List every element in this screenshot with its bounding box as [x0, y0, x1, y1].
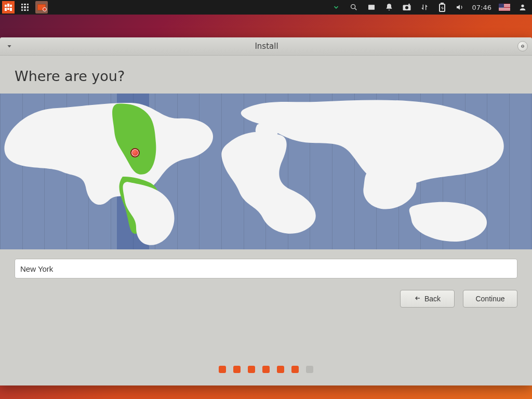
continue-button-label: Continue — [475, 295, 504, 303]
svg-rect-4 — [7, 8, 9, 10]
top-panel: 07:46 — [0, 0, 532, 15]
user-icon[interactable] — [517, 2, 528, 12]
network-icon[interactable] — [419, 2, 430, 12]
svg-rect-8 — [368, 5, 375, 9]
location-input[interactable] — [15, 259, 517, 278]
panel-right: 07:46 — [331, 2, 532, 12]
nav-row: Back Continue — [15, 290, 517, 308]
timezone-world-map[interactable] — [0, 94, 532, 249]
progress-dot — [219, 366, 226, 373]
window-title: Install — [16, 42, 517, 51]
battery-icon[interactable] — [437, 2, 447, 12]
progress-dot — [248, 366, 255, 373]
workspaces-icon[interactable] — [366, 2, 377, 12]
back-button[interactable]: Back — [400, 290, 455, 308]
camera-icon[interactable] — [402, 2, 412, 12]
continue-button[interactable]: Continue — [463, 290, 517, 308]
svg-rect-1 — [7, 4, 9, 7]
keyboard-layout-flag-us[interactable] — [499, 4, 510, 11]
apps-grid-icon[interactable] — [19, 1, 31, 14]
svg-rect-0 — [5, 5, 7, 7]
titlebar[interactable]: Install — [0, 37, 532, 56]
svg-marker-15 — [8, 45, 11, 48]
chevron-down-icon[interactable] — [331, 2, 341, 12]
svg-point-6 — [351, 5, 355, 9]
progress-dots — [0, 366, 532, 373]
location-marker-icon — [130, 148, 140, 157]
notifications-icon[interactable] — [384, 2, 394, 12]
tray-updates-icon[interactable] — [35, 1, 48, 14]
svg-rect-13 — [441, 3, 443, 4]
window-menu-dropdown-icon[interactable] — [3, 40, 16, 52]
progress-dot — [291, 366, 299, 373]
svg-point-14 — [521, 5, 524, 7]
svg-rect-5 — [10, 8, 12, 11]
installer-content: Where are you? Ba — [0, 56, 532, 385]
installer-window: Install Where are you? — [0, 37, 532, 385]
clock[interactable]: 07:46 — [472, 4, 491, 11]
arrow-left-icon — [414, 295, 421, 303]
distro-logo-icon[interactable] — [2, 1, 15, 14]
progress-dot — [306, 366, 313, 373]
progress-dot — [262, 366, 270, 373]
map-continents — [0, 94, 532, 249]
progress-dot — [233, 366, 241, 373]
svg-line-7 — [355, 8, 356, 10]
search-icon[interactable] — [349, 2, 359, 12]
svg-rect-11 — [408, 4, 410, 5]
volume-icon[interactable] — [455, 2, 465, 12]
svg-point-10 — [405, 6, 408, 9]
panel-left — [0, 1, 48, 14]
page-heading: Where are you? — [15, 68, 517, 84]
progress-dot — [277, 366, 284, 373]
window-close-button[interactable] — [517, 41, 528, 51]
svg-rect-2 — [10, 5, 12, 7]
svg-rect-3 — [5, 8, 7, 11]
back-button-label: Back — [424, 295, 441, 303]
